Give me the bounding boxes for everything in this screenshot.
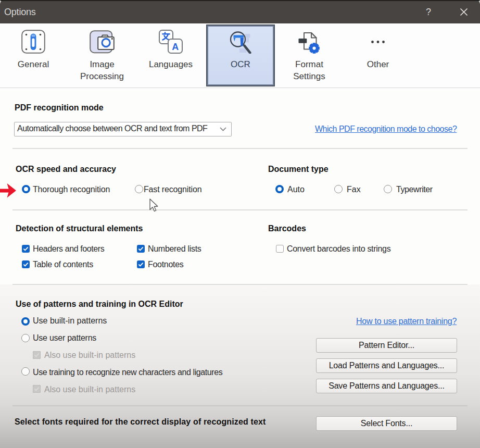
svg-text:A: A bbox=[172, 42, 179, 52]
